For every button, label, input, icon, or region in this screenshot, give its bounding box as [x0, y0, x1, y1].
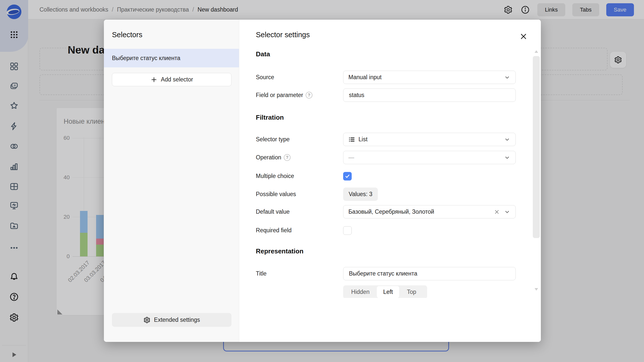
operation-select[interactable]: — [343, 151, 516, 164]
source-label: Source [256, 74, 274, 81]
field-input-wrap [343, 88, 516, 102]
selector-list-item[interactable]: Выберите статус клиента [104, 49, 239, 67]
field-row: Field or parameter [239, 88, 531, 102]
extended-settings-button[interactable]: Extended settings [112, 313, 231, 327]
scroll-down-arrow[interactable] [535, 288, 538, 291]
add-selector-label: Add selector [161, 76, 193, 83]
placement-option-hidden[interactable]: Hidden [344, 286, 377, 298]
selector-type-label: Selector type [256, 136, 290, 143]
field-label: Field or parameter [256, 92, 303, 99]
selector-dialog: Selectors Выберите статус клиента Add se… [104, 20, 541, 342]
default-value-label: Default value [256, 208, 290, 215]
operation-value: — [348, 154, 504, 161]
clear-icon[interactable] [494, 209, 500, 215]
check-icon [345, 173, 350, 179]
selector-settings-panel: Selector settings Data Source Manual inp… [239, 20, 541, 342]
representation-section-heading: Representation [256, 247, 303, 255]
field-input[interactable] [348, 92, 510, 99]
selector-type-select[interactable]: List [343, 133, 516, 146]
chevron-down-icon [504, 209, 510, 215]
title-input[interactable] [348, 270, 510, 277]
multiple-choice-label: Multiple choice [256, 173, 294, 179]
operation-help-icon[interactable] [284, 154, 291, 161]
gear-icon [143, 316, 150, 324]
chevron-down-icon [504, 136, 510, 143]
add-selector-button[interactable]: Add selector [112, 73, 231, 86]
possible-values-count: Values: 3 [349, 191, 372, 198]
default-value-row: Default value Базовый, Серебряный, Золот… [239, 205, 531, 218]
field-help-icon[interactable] [306, 92, 312, 99]
multiple-choice-row: Multiple choice [239, 169, 531, 183]
placement-option-top[interactable]: Top [399, 286, 424, 298]
selectors-panel: Selectors Выберите статус клиента Add se… [104, 20, 239, 342]
data-section-heading: Data [256, 50, 270, 58]
default-value-select[interactable]: Базовый, Серебряный, Золотой [343, 205, 516, 218]
selector-settings-title: Selector settings [256, 31, 310, 39]
required-field-checkbox[interactable] [343, 226, 352, 235]
chevron-down-icon [504, 74, 510, 81]
filtration-section-heading: Filtration [256, 114, 284, 121]
operation-row: Operation — [239, 151, 531, 164]
scroll-up-arrow[interactable] [535, 50, 538, 53]
possible-values-label: Possible values [256, 191, 296, 198]
scrollbar-thumb[interactable] [533, 56, 540, 238]
multiple-choice-checkbox[interactable] [343, 172, 352, 180]
list-icon [348, 136, 355, 143]
title-placement-segmented: Hidden Left Top [343, 285, 427, 298]
possible-values-chip[interactable]: Values: 3 [343, 188, 378, 201]
title-input-wrap [343, 267, 516, 280]
settings-scroll-area: Data Source Manual input Field or parame… [239, 47, 534, 298]
operation-label: Operation [256, 154, 281, 161]
source-value: Manual input [348, 74, 504, 81]
possible-values-row: Possible values Values: 3 [239, 188, 531, 201]
extended-settings-label: Extended settings [154, 316, 200, 323]
placement-option-left[interactable]: Left [377, 286, 399, 298]
source-select[interactable]: Manual input [343, 71, 516, 84]
plus-icon [150, 76, 157, 83]
default-value-text: Базовый, Серебряный, Золотой [348, 208, 494, 215]
close-icon [520, 33, 527, 40]
selector-type-row: Selector type List [239, 133, 531, 146]
required-field-row: Required field [239, 224, 531, 237]
title-placement-row: Hidden Left Top [239, 285, 531, 298]
selector-type-value: List [358, 136, 504, 143]
cancel-button[interactable]: Cancel [536, 310, 541, 327]
title-label: Title [256, 270, 267, 277]
close-dialog-button[interactable] [518, 31, 529, 42]
selector-list-item-label: Выберите статус клиента [112, 55, 180, 62]
selectors-panel-title: Selectors [112, 31, 142, 39]
app-root: Collections and workbooks / Практические… [0, 0, 644, 362]
chevron-down-icon [504, 154, 510, 161]
required-field-label: Required field [256, 227, 292, 234]
title-row: Title [239, 267, 531, 280]
source-row: Source Manual input [239, 71, 531, 84]
